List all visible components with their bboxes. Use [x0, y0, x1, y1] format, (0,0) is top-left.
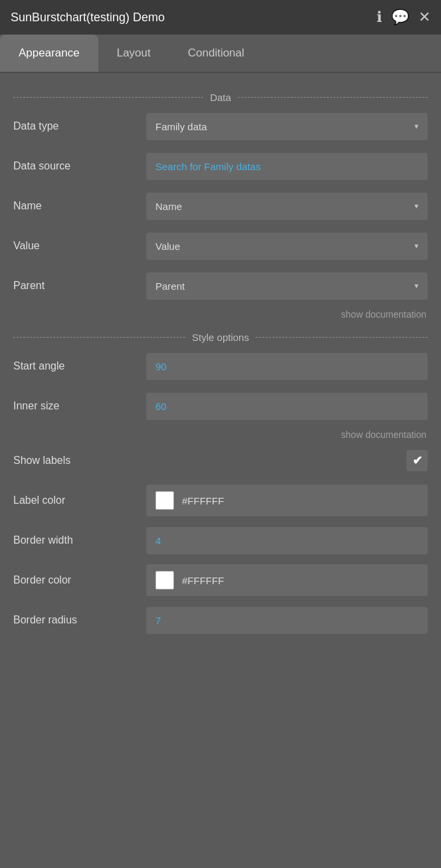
tab-conditional[interactable]: Conditional [169, 35, 263, 72]
inner-size-input[interactable]: 60 [146, 393, 428, 420]
close-icon[interactable]: ✕ [418, 9, 430, 26]
parent-value: Parent [155, 280, 185, 292]
content-area: Data Data type Family data ▾ Data source… [0, 73, 441, 657]
border-width-control: 4 [146, 527, 428, 554]
tab-bar: Appearance Layout Conditional [0, 35, 441, 73]
border-color-control: #FFFFFF [146, 564, 428, 596]
name-select[interactable]: Name ▾ [146, 193, 428, 220]
parent-control: Parent ▾ [146, 272, 428, 300]
label-color-swatch [155, 491, 174, 510]
border-radius-label: Border radius [13, 614, 146, 626]
value-value: Value [155, 241, 180, 252]
data-source-row: Data source Search for Family datas [13, 150, 428, 183]
title-bar-icons: ℹ 💬 ✕ [377, 9, 430, 26]
border-radius-input[interactable]: 7 [146, 607, 428, 634]
data-section-divider: Data [13, 92, 428, 103]
show-labels-checkbox[interactable]: ✔ [406, 450, 428, 471]
show-labels-label: Show labels [13, 455, 406, 467]
name-control: Name ▾ [146, 193, 428, 220]
data-source-label: Data source [13, 160, 146, 172]
data-type-select[interactable]: Family data ▾ [146, 113, 428, 140]
checkmark-icon: ✔ [412, 453, 422, 468]
border-color-value: #FFFFFF [182, 575, 224, 586]
show-documentation-1[interactable]: show documentation [13, 309, 428, 320]
inner-size-row: Inner size 60 [13, 389, 428, 423]
value-label: Value [13, 240, 146, 252]
app-title: SunBurstchart(testing) Demo [11, 11, 165, 25]
value-arrow: ▾ [414, 241, 418, 251]
data-type-arrow: ▾ [414, 122, 418, 131]
label-color-label: Label color [13, 494, 146, 506]
start-angle-input[interactable]: 90 [146, 353, 428, 380]
value-select[interactable]: Value ▾ [146, 233, 428, 260]
border-color-row: Border color #FFFFFF [13, 564, 428, 597]
tab-layout[interactable]: Layout [98, 35, 169, 72]
border-color-label: Border color [13, 574, 146, 586]
style-options-divider: Style options [13, 332, 428, 343]
name-label: Name [13, 200, 146, 212]
parent-label: Parent [13, 280, 146, 292]
info-icon[interactable]: ℹ [377, 9, 382, 26]
name-row: Name Name ▾ [13, 189, 428, 223]
label-color-control: #FFFFFF [146, 485, 428, 516]
label-color-value: #FFFFFF [182, 495, 224, 506]
data-type-label: Data type [13, 120, 146, 132]
value-control: Value ▾ [146, 233, 428, 260]
value-row: Value Value ▾ [13, 229, 428, 263]
data-source-link[interactable]: Search for Family datas [146, 153, 428, 180]
show-documentation-2[interactable]: show documentation [13, 429, 428, 440]
start-angle-control: 90 [146, 353, 428, 380]
start-angle-row: Start angle 90 [13, 350, 428, 383]
border-radius-row: Border radius 7 [13, 603, 428, 637]
tab-appearance[interactable]: Appearance [0, 35, 98, 72]
data-type-row: Data type Family data ▾ [13, 110, 428, 143]
label-color-row: Label color #FFFFFF [13, 484, 428, 517]
parent-select[interactable]: Parent ▾ [146, 272, 428, 300]
border-color-swatch [155, 571, 174, 590]
border-radius-control: 7 [146, 607, 428, 634]
name-value: Name [155, 201, 182, 212]
inner-size-label: Inner size [13, 400, 146, 412]
border-color-picker[interactable]: #FFFFFF [146, 564, 428, 596]
data-type-control: Family data ▾ [146, 113, 428, 140]
data-source-control: Search for Family datas [146, 153, 428, 180]
title-bar: SunBurstchart(testing) Demo ℹ 💬 ✕ [0, 0, 441, 35]
border-width-row: Border width 4 [13, 524, 428, 557]
label-color-picker[interactable]: #FFFFFF [146, 485, 428, 516]
border-width-label: Border width [13, 534, 146, 546]
data-type-value: Family data [155, 121, 207, 132]
chat-icon[interactable]: 💬 [391, 9, 409, 26]
parent-row: Parent Parent ▾ [13, 269, 428, 302]
start-angle-label: Start angle [13, 360, 146, 372]
border-width-input[interactable]: 4 [146, 527, 428, 554]
name-arrow: ▾ [414, 201, 418, 211]
show-labels-row: Show labels ✔ [13, 444, 428, 477]
inner-size-control: 60 [146, 393, 428, 420]
parent-arrow: ▾ [414, 281, 418, 290]
